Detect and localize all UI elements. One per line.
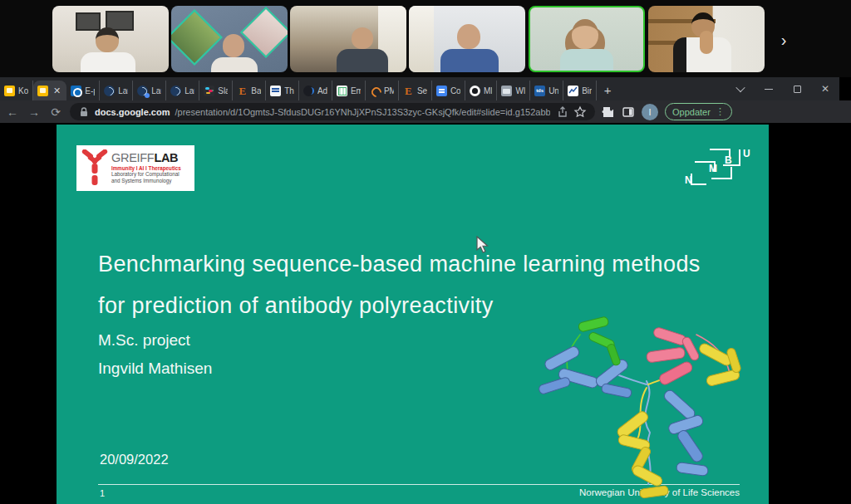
- globe-icon: [104, 86, 115, 96]
- minimize-icon[interactable]: [755, 77, 783, 100]
- nmbu-letter-b: B: [725, 154, 732, 166]
- greifflab-logo: GREIFFLAB Immunity I AI I Therapeutics L…: [76, 145, 194, 191]
- participant-video-3[interactable]: [290, 6, 406, 72]
- globe-icon: [170, 86, 181, 96]
- nmbu-card-icon: [270, 86, 281, 96]
- slides-icon: [4, 86, 15, 96]
- bookmark-star-icon[interactable]: [573, 105, 587, 119]
- tds-icon: tds: [534, 86, 545, 96]
- tab-6[interactable]: Lau: [166, 81, 199, 100]
- window-controls: ✕: [726, 77, 851, 100]
- tab-15[interactable]: Ml: [465, 81, 498, 100]
- diamond-photo: [240, 7, 288, 58]
- slides-icon: [37, 86, 48, 96]
- url-host: docs.google.com: [95, 107, 170, 117]
- photo-icon: [501, 86, 512, 96]
- author-name: Ingvild Mathisen: [98, 355, 212, 383]
- side-panel-icon[interactable]: [622, 105, 635, 119]
- tab-5[interactable]: Lau: [133, 81, 166, 100]
- tab-11[interactable]: Em: [332, 81, 366, 100]
- tab-search-chevron-icon[interactable]: [726, 77, 755, 100]
- swirl-icon: [370, 86, 381, 96]
- browser-toolbar: ← → ⟳ docs.google.com /presentation/d/1O…: [0, 100, 851, 123]
- close-window-icon[interactable]: ✕: [811, 77, 839, 100]
- participant-video-2[interactable]: [171, 6, 288, 72]
- url-path: /presentation/d/1OgmtsJ-SfdusDUGr16YNhJj…: [175, 107, 550, 117]
- extensions-puzzle-icon[interactable]: [602, 105, 615, 119]
- next-participants-button[interactable]: ›: [775, 30, 793, 50]
- tab-7[interactable]: Sla: [199, 81, 233, 100]
- presentation-area: GREIFFLAB Immunity I AI I Therapeutics L…: [0, 123, 851, 504]
- antibody-logo-icon: [81, 149, 109, 188]
- greifflab-sub1: Laboratory for Computational: [111, 172, 181, 178]
- nmbu-letter-u: U: [743, 148, 750, 159]
- new-tab-button[interactable]: +: [597, 81, 618, 100]
- tab-17[interactable]: tds Un: [530, 81, 563, 100]
- tab-3[interactable]: E-p: [66, 81, 100, 100]
- participant-video-4[interactable]: [409, 6, 525, 72]
- participant-video-6[interactable]: [648, 6, 765, 72]
- share-icon[interactable]: [555, 105, 568, 119]
- tab-1[interactable]: Ko: [0, 81, 33, 100]
- update-browser-button[interactable]: Oppdater ⋮: [665, 103, 732, 120]
- slack-icon: [204, 86, 214, 96]
- browser-tab-bar: Ko ✕ E-p Lau Lau Lau Sla E Ba: [0, 77, 851, 100]
- chart-icon: [568, 86, 578, 96]
- crescent-icon: [303, 86, 314, 96]
- back-icon[interactable]: ←: [5, 105, 20, 119]
- tab-10[interactable]: Ad: [299, 81, 332, 100]
- greifflab-name: GREIFFLAB: [111, 152, 181, 164]
- wall-frame: [76, 12, 101, 31]
- maximize-icon[interactable]: [783, 77, 811, 100]
- greifflab-sub2: and Systems Immunology: [111, 179, 181, 184]
- diamond-photo: [171, 9, 223, 66]
- slide-subtitle-block: M.Sc. project Ingvild Mathisen: [98, 326, 212, 383]
- title-line-1: Benchmarking sequence-based machine lear…: [98, 243, 701, 285]
- nmbu-letter-m: M: [709, 163, 717, 174]
- tab-8[interactable]: E Ba: [233, 81, 266, 100]
- participant-video-5-active-speaker[interactable]: [529, 6, 645, 72]
- antibody-structure-image: [522, 301, 771, 504]
- tab-9[interactable]: Th: [266, 81, 299, 100]
- tab-4[interactable]: Lau: [100, 81, 133, 100]
- tab-12[interactable]: PM: [366, 81, 399, 100]
- project-type: M.Sc. project: [98, 326, 212, 355]
- video-call-strip: ›: [0, 0, 851, 77]
- tab-16[interactable]: Wl: [497, 81, 530, 100]
- window: [409, 6, 434, 72]
- participant-video-1[interactable]: [52, 6, 169, 72]
- docs-icon: [436, 86, 447, 96]
- nmbu-letter-n: N: [685, 174, 692, 186]
- mouse-cursor: [475, 236, 490, 254]
- slide-canvas: GREIFFLAB Immunity I AI I Therapeutics L…: [57, 125, 769, 504]
- outlook-icon: [71, 86, 81, 96]
- tab-14[interactable]: Co: [432, 81, 465, 100]
- tab-18[interactable]: Bir: [563, 81, 597, 100]
- nmbu-logo: U B M N: [681, 145, 756, 187]
- endnote-icon: E: [403, 86, 414, 96]
- globe-dot-icon: [137, 86, 148, 96]
- desktop-edge: [839, 77, 851, 100]
- slide-date: 20/09/2022: [100, 452, 169, 467]
- screen: › Ko ✕ E-p Lau Lau Lau Sla: [0, 0, 851, 504]
- github-icon: [470, 86, 480, 96]
- browser-menu-icon[interactable]: ⋮: [716, 106, 725, 117]
- profile-avatar[interactable]: I: [642, 104, 658, 120]
- address-bar[interactable]: docs.google.com /presentation/d/1OgmtsJ-…: [70, 103, 595, 120]
- endnote-icon: E: [237, 86, 248, 96]
- close-tab-icon[interactable]: ✕: [52, 86, 62, 95]
- tab-2-active[interactable]: ✕: [33, 81, 66, 100]
- grid-icon: [337, 86, 347, 96]
- lock-icon: [78, 106, 90, 118]
- reload-icon[interactable]: ⟳: [48, 105, 63, 119]
- greifflab-tagline: Immunity I AI I Therapeutics: [111, 166, 181, 172]
- tab-13[interactable]: E Se: [399, 81, 432, 100]
- forward-icon[interactable]: →: [27, 105, 42, 119]
